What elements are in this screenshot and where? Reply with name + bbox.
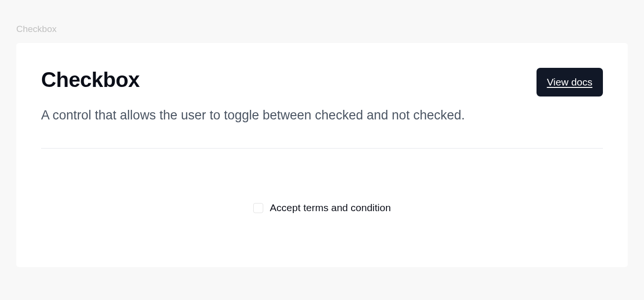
page-title: Checkbox xyxy=(41,68,481,92)
demo-area: Accept terms and condition xyxy=(41,149,603,240)
breadcrumb: Checkbox xyxy=(16,0,628,43)
checkbox-field: Accept terms and condition xyxy=(253,202,391,214)
title-block: Checkbox A control that allows the user … xyxy=(41,68,481,125)
accept-terms-label[interactable]: Accept terms and condition xyxy=(270,202,391,214)
page-description: A control that allows the user to toggle… xyxy=(41,106,481,126)
accept-terms-checkbox[interactable] xyxy=(253,203,263,213)
card-header: Checkbox A control that allows the user … xyxy=(41,68,603,125)
view-docs-button[interactable]: View docs xyxy=(537,68,603,96)
component-card: Checkbox A control that allows the user … xyxy=(16,43,628,267)
